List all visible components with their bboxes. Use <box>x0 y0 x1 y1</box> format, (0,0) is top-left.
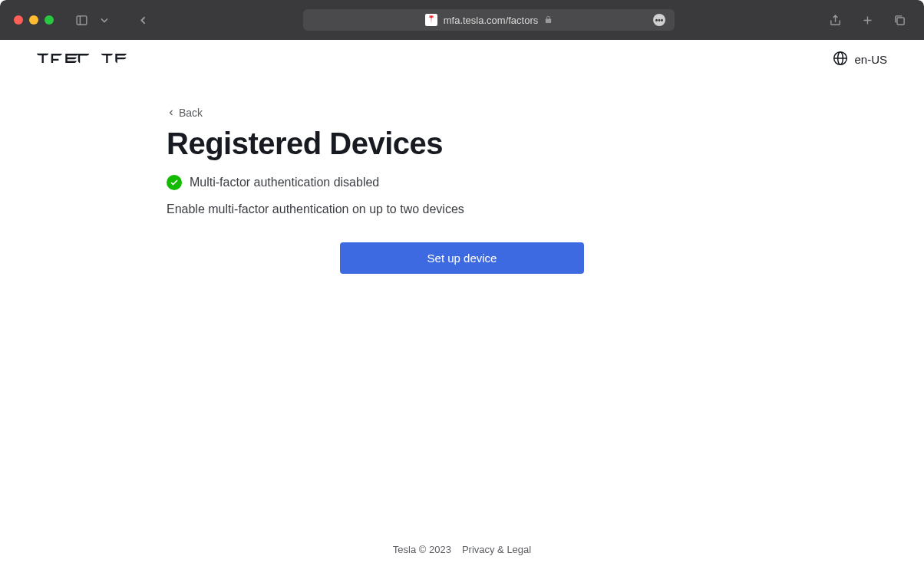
copyright-text[interactable]: Tesla © 2023 <box>393 544 451 555</box>
lock-icon <box>544 13 553 27</box>
back-link[interactable]: Back <box>167 107 589 119</box>
svg-rect-0 <box>77 15 87 24</box>
status-row: Multi-factor authentication disabled <box>167 175 589 190</box>
back-nav-icon[interactable] <box>132 9 153 31</box>
main-content: Back Registered Devices Multi-factor aut… <box>0 79 924 544</box>
new-tab-icon[interactable] <box>856 9 878 31</box>
back-label: Back <box>179 107 203 119</box>
url-text: mfa.tesla.com/factors <box>444 15 539 26</box>
share-icon[interactable] <box>824 9 846 31</box>
svg-rect-4 <box>896 17 903 24</box>
page-body: en-US Back Registered Devices Multi-fact… <box>0 40 924 566</box>
description-text: Enable multi-factor authentication on up… <box>167 202 589 216</box>
page-title: Registered Devices <box>167 127 589 161</box>
tabs-overview-icon[interactable] <box>889 9 910 31</box>
globe-icon <box>833 51 848 68</box>
more-options-icon[interactable]: ••• <box>653 14 665 26</box>
locale-selector[interactable]: en-US <box>833 51 887 68</box>
status-text: Multi-factor authentication disabled <box>190 176 379 189</box>
checkmark-icon <box>167 175 182 190</box>
sidebar-toggle-icon[interactable] <box>71 9 92 31</box>
privacy-legal-link[interactable]: Privacy & Legal <box>462 544 531 555</box>
minimize-window-button[interactable] <box>29 15 38 25</box>
chevron-down-icon[interactable] <box>98 9 111 31</box>
footer: Tesla © 2023 Privacy & Legal <box>0 544 924 566</box>
address-bar[interactable]: mfa.tesla.com/factors ••• <box>303 9 675 31</box>
setup-device-button[interactable]: Set up device <box>340 242 584 274</box>
site-header: en-US <box>0 40 924 79</box>
tesla-favicon <box>425 14 437 26</box>
traffic-lights <box>14 15 54 25</box>
chevron-left-icon <box>167 108 176 117</box>
locale-label: en-US <box>854 53 887 66</box>
browser-chrome: mfa.tesla.com/factors ••• <box>0 0 924 40</box>
tesla-logo[interactable] <box>37 53 129 66</box>
maximize-window-button[interactable] <box>45 15 54 25</box>
close-window-button[interactable] <box>14 15 23 25</box>
